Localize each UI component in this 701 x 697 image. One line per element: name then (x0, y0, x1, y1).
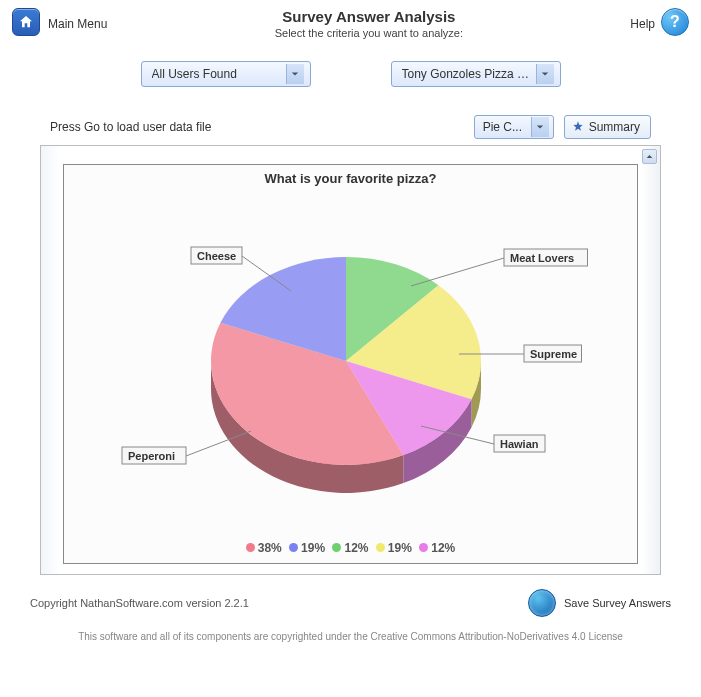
summary-button[interactable]: Summary (564, 115, 651, 139)
chevron-up-icon (646, 153, 653, 160)
chart-type-select[interactable]: Pie C... (474, 115, 554, 139)
legend-value: 38% (258, 541, 282, 555)
legend-value: 12% (431, 541, 455, 555)
users-select-value: All Users Found (152, 67, 282, 81)
survey-select[interactable]: Tony Gonzoles Pizza S... (391, 61, 561, 87)
legend-item: 38% (246, 541, 282, 555)
pie-chart: PeperoniCheeseMeat LoversSupremeHawian (81, 186, 621, 526)
legend-dot-icon (332, 543, 341, 552)
chart-area: What is your favorite pizza? PeperoniChe… (63, 164, 638, 564)
summary-label: Summary (589, 120, 640, 134)
legend-dot-icon (376, 543, 385, 552)
home-button[interactable] (12, 8, 40, 36)
scroll-up-button[interactable] (642, 149, 657, 164)
save-button[interactable] (528, 589, 556, 617)
slice-label-cheese: Cheese (197, 250, 236, 262)
question-icon: ? (670, 13, 680, 31)
legend-item: 19% (376, 541, 412, 555)
help-label: Help (630, 17, 655, 31)
slice-label-supreme: Supreme (530, 348, 577, 360)
copyright-text: Copyright NathanSoftware.com version 2.2… (30, 597, 528, 609)
legend-item: 19% (289, 541, 325, 555)
slice-label-peperoni: Peperoni (128, 450, 175, 462)
load-hint: Press Go to load user data file (50, 120, 474, 134)
chart-type-value: Pie C... (483, 120, 527, 134)
legend-value: 19% (388, 541, 412, 555)
chevron-down-icon (531, 117, 549, 137)
legend-dot-icon (246, 543, 255, 552)
license-text: This software and all of its components … (0, 623, 701, 642)
slice-label-hawian: Hawian (500, 438, 539, 450)
legend-dot-icon (419, 543, 428, 552)
home-icon (18, 14, 34, 30)
legend-dot-icon (289, 543, 298, 552)
main-menu-label: Main Menu (48, 17, 107, 31)
svg-line-4 (411, 258, 504, 286)
chart-legend: 38% 19% 12% 19% 12% (64, 541, 637, 560)
users-select[interactable]: All Users Found (141, 61, 311, 87)
legend-item: 12% (419, 541, 455, 555)
chevron-down-icon (536, 64, 554, 84)
page-subtitle: Select the criteria you want to analyze: (107, 27, 630, 39)
legend-value: 12% (344, 541, 368, 555)
chart-title: What is your favorite pizza? (64, 165, 637, 186)
legend-item: 12% (332, 541, 368, 555)
summary-icon (571, 120, 585, 134)
survey-select-value: Tony Gonzoles Pizza S... (402, 67, 532, 81)
legend-value: 19% (301, 541, 325, 555)
chart-panel: What is your favorite pizza? PeperoniChe… (40, 145, 661, 575)
save-label: Save Survey Answers (564, 597, 671, 609)
page-title: Survey Answer Analysis (107, 8, 630, 25)
help-button[interactable]: ? (661, 8, 689, 36)
chevron-down-icon (286, 64, 304, 84)
slice-label-meat-lovers: Meat Lovers (510, 252, 574, 264)
